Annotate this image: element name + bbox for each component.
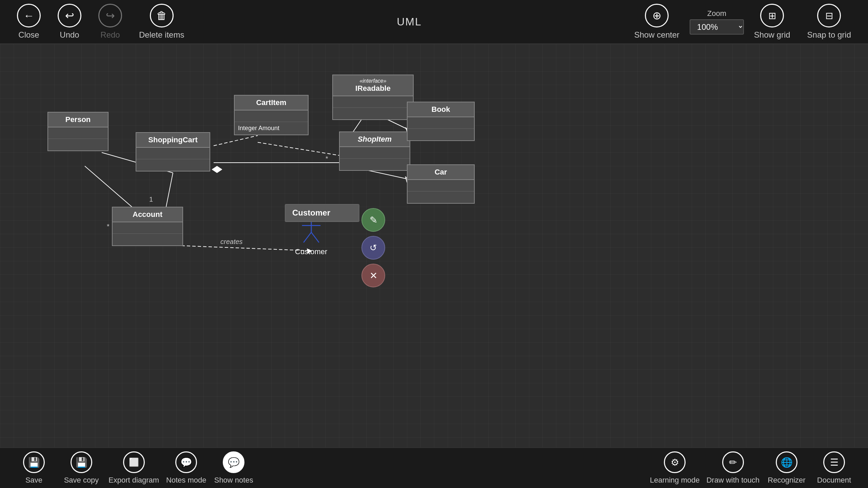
svg-line-10 <box>258 142 342 156</box>
document-button[interactable]: ☰ Document <box>814 451 854 485</box>
canvas-area[interactable]: 1 1 * * * creates * Person <box>0 44 868 447</box>
book-section2 <box>408 129 474 140</box>
person-title: Person <box>48 113 108 127</box>
actor-label: Customer <box>295 247 327 256</box>
customer-popup: Customer ✎ ↺ ✕ <box>285 204 359 222</box>
svg-text:1: 1 <box>149 196 153 203</box>
svg-line-20 <box>85 166 136 210</box>
save-copy-icon: 💾 <box>71 451 92 473</box>
account-section2 <box>113 234 182 245</box>
show-notes-icon: 💬 <box>223 451 244 473</box>
close-button[interactable]: ← Close <box>10 0 47 43</box>
zoom-control: Zoom 100% 75% 125% 150% 50% <box>690 9 744 35</box>
svg-text:*: * <box>107 223 110 230</box>
shopitem-title: ShopItem <box>340 132 410 147</box>
learning-mode-button[interactable]: ⚙ Learning mode <box>650 451 700 485</box>
export-icon: ⬜ <box>123 451 145 473</box>
account-node[interactable]: Account <box>112 207 183 246</box>
learning-mode-icon: ⚙ <box>664 451 686 473</box>
close-label: Close <box>18 30 39 40</box>
save-copy-label: Save copy <box>64 476 99 485</box>
undo-button[interactable]: ↩ Undo <box>51 0 88 43</box>
export-label: Export diagram <box>108 476 159 485</box>
export-diagram-button[interactable]: ⬜ Export diagram <box>108 451 159 485</box>
document-icon: ☰ <box>823 451 845 473</box>
notes-mode-icon: 💬 <box>175 451 197 473</box>
snap-to-grid-label: Snap to grid <box>807 30 851 40</box>
bottom-left: 💾 Save 💾 Save copy ⬜ Export diagram 💬 No… <box>14 451 254 485</box>
zoom-label: Zoom <box>707 9 726 18</box>
undo-label: Undo <box>60 30 79 40</box>
svg-line-25 <box>303 232 311 242</box>
account-section1 <box>113 222 182 234</box>
shoppingcart-section1 <box>136 148 210 159</box>
book-title: Book <box>408 102 474 117</box>
save-copy-button[interactable]: 💾 Save copy <box>61 451 102 485</box>
svg-line-2 <box>214 136 258 146</box>
recognizer-label: Recognizer <box>768 476 805 485</box>
cartitem-section2: Integer Amount <box>235 122 308 135</box>
save-icon: 💾 <box>23 451 45 473</box>
recognizer-icon: 🌐 <box>776 451 797 473</box>
popup-refresh-button[interactable]: ↺ <box>361 236 385 260</box>
snap-grid-icon: ⊟ <box>817 4 841 27</box>
notes-mode-button[interactable]: 💬 Notes mode <box>166 451 206 485</box>
show-grid-icon: ⊞ <box>760 4 784 27</box>
cartitem-node[interactable]: CartItem Integer Amount <box>234 95 309 135</box>
car-node[interactable]: Car <box>407 164 475 204</box>
book-section1 <box>408 117 474 129</box>
svg-text:*: * <box>326 155 328 162</box>
shopitem-node[interactable]: ShopItem <box>339 131 410 171</box>
delete-items-button[interactable]: 🗑 Delete items <box>132 0 191 43</box>
draw-touch-label: Draw with touch <box>706 476 760 485</box>
zoom-select[interactable]: 100% 75% 125% 150% 50% <box>690 19 744 35</box>
show-grid-button[interactable]: ⊞ Show grid <box>747 0 797 43</box>
draw-touch-icon: ✏ <box>722 451 744 473</box>
learning-mode-label: Learning mode <box>650 476 700 485</box>
ireadable-node[interactable]: «interface» IReadable <box>332 75 414 120</box>
redo-label: Redo <box>100 30 120 40</box>
svg-line-17 <box>181 246 312 251</box>
cartitem-section1 <box>235 110 308 122</box>
snap-to-grid-button[interactable]: ⊟ Snap to grid <box>801 0 858 43</box>
delete-items-label: Delete items <box>139 30 184 40</box>
shoppingcart-section2 <box>136 159 210 171</box>
svg-text:creates: creates <box>220 238 243 245</box>
show-center-button[interactable]: ⊕ Show center <box>627 0 686 43</box>
cartitem-title: CartItem <box>235 96 308 110</box>
close-icon: ← <box>17 4 41 27</box>
save-button[interactable]: 💾 Save <box>14 451 54 485</box>
show-grid-label: Show grid <box>754 30 790 40</box>
bottom-right: ⚙ Learning mode ✏ Draw with touch 🌐 Reco… <box>650 451 854 485</box>
diagram-title: UML <box>194 16 624 28</box>
trash-icon: 🗑 <box>150 4 174 27</box>
car-title: Car <box>408 165 474 180</box>
draw-with-touch-button[interactable]: ✏ Draw with touch <box>706 451 760 485</box>
document-label: Document <box>817 476 851 485</box>
popup-edit-button[interactable]: ✎ <box>361 208 385 232</box>
redo-icon: ↪ <box>98 4 122 27</box>
undo-icon: ↩ <box>58 4 81 27</box>
ireadable-section1 <box>333 96 413 108</box>
ireadable-title: «interface» IReadable <box>333 75 413 96</box>
account-title: Account <box>113 207 182 222</box>
recognizer-button[interactable]: 🌐 Recognizer <box>766 451 807 485</box>
car-section2 <box>408 191 474 203</box>
redo-button[interactable]: ↪ Redo <box>92 0 129 43</box>
top-toolbar: ← Close ↩ Undo ↪ Redo 🗑 Delete items UML… <box>0 0 868 44</box>
show-notes-button[interactable]: 💬 Show notes <box>213 451 254 485</box>
notes-mode-label: Notes mode <box>166 476 206 485</box>
car-section1 <box>408 180 474 191</box>
shopitem-section2 <box>340 159 410 170</box>
svg-line-26 <box>311 232 319 242</box>
shopitem-section1 <box>340 147 410 159</box>
show-notes-label: Show notes <box>214 476 253 485</box>
save-label: Save <box>25 476 42 485</box>
popup-close-button[interactable]: ✕ <box>361 264 385 287</box>
person-section1 <box>48 127 108 139</box>
shoppingcart-title: ShoppingCart <box>136 133 210 148</box>
book-node[interactable]: Book <box>407 102 475 141</box>
shoppingcart-node[interactable]: ShoppingCart <box>136 132 210 171</box>
svg-marker-3 <box>212 166 222 173</box>
person-node[interactable]: Person <box>47 112 108 151</box>
